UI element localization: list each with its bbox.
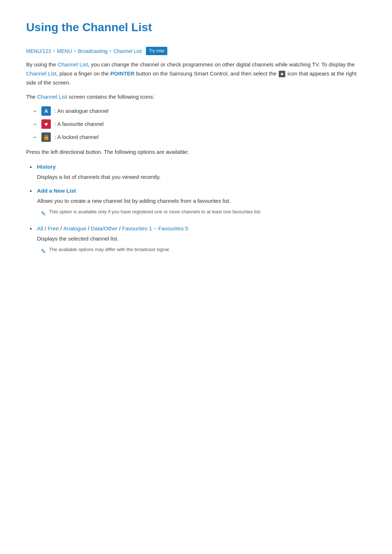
- breadcrumb: MENU/123 › MENU › Broadcasting › Channel…: [26, 47, 366, 55]
- intro-paragraph: By using the Channel List, you can chang…: [26, 60, 366, 87]
- dash-2: –: [33, 120, 36, 128]
- options-list: History Displays a list of channels that…: [30, 163, 366, 257]
- analogue-icon: A: [41, 106, 51, 116]
- breadcrumb-sep2: ›: [74, 47, 75, 55]
- breadcrumb-sep1: ›: [53, 47, 54, 55]
- icons-intro: The Channel List screen contains the fol…: [26, 93, 366, 102]
- history-desc: Displays a list of channels that you vie…: [37, 173, 366, 181]
- locked-desc: : A locked channel: [54, 133, 98, 141]
- favourite-desc: : A favourite channel: [54, 120, 103, 128]
- breadcrumb-channel-list[interactable]: Channel List: [113, 47, 142, 55]
- filter-sep1: /: [43, 225, 48, 231]
- list-item-add-new-list: Add a New List Allows you to create a ne…: [30, 186, 366, 219]
- intro-text-4: button on the Samsung Smart Control, and…: [135, 70, 278, 77]
- pointer-link[interactable]: POINTER: [110, 70, 135, 77]
- channel-filter-title[interactable]: All / Free / Analogue / Data/Other / Fav…: [37, 225, 188, 231]
- breadcrumb-menu123[interactable]: MENU/123: [26, 47, 51, 55]
- add-new-list-title[interactable]: Add a New List: [37, 188, 76, 194]
- note-text-2: The available options may differ with th…: [49, 246, 170, 253]
- channel-filter-desc: Displays the selected channel list.: [37, 234, 366, 243]
- breadcrumb-broadcasting[interactable]: Broadcasting: [78, 47, 107, 55]
- note-icon-2: ✎: [41, 246, 46, 257]
- lock-icon: 🔒: [41, 132, 51, 142]
- filter-all[interactable]: All: [37, 225, 43, 231]
- add-new-list-desc: Allows you to create a new channel list …: [37, 197, 366, 205]
- filter-analogue[interactable]: Analogue: [64, 225, 86, 231]
- icon-list-item-favourite: – ♥ : A favourite channel: [33, 119, 366, 129]
- icon-list: – A : An analogue channel – ♥ : A favour…: [33, 106, 366, 142]
- icons-intro-text1: The: [26, 94, 37, 100]
- icon-list-item-locked: – 🔒 : A locked channel: [33, 132, 366, 142]
- intro-text-3: , place a finger on the: [56, 70, 110, 77]
- heart-icon: ♥: [41, 119, 51, 129]
- intro-text-2: , you can change the channel or check pr…: [88, 61, 355, 67]
- breadcrumb-menu[interactable]: MENU: [57, 47, 72, 55]
- icon-list-item-analogue: – A : An analogue channel: [33, 106, 366, 116]
- history-title[interactable]: History: [37, 164, 56, 170]
- note-icon-1: ✎: [41, 209, 46, 219]
- filter-dataother[interactable]: Data/Other: [91, 225, 117, 231]
- intro-text-1: By using the: [26, 61, 58, 67]
- list-item-history: History Displays a list of channels that…: [30, 163, 366, 181]
- analogue-desc: : An analogue channel: [54, 107, 108, 115]
- breadcrumb-sep3: ›: [110, 47, 111, 55]
- add-new-list-note: ✎ This option is available only if you h…: [37, 208, 366, 219]
- filter-favourites[interactable]: Favourites 1 ~ Favourites 5: [122, 225, 188, 231]
- screen-icon: [279, 71, 285, 77]
- note-text-1: This option is available only if you hav…: [49, 208, 261, 216]
- filter-sep3: /: [86, 225, 91, 231]
- dash-1: –: [33, 107, 36, 115]
- channel-list-link-2[interactable]: Channel List: [26, 70, 56, 77]
- page-title: Using the Channel List: [26, 18, 366, 37]
- directional-text: Press the left directional button. The f…: [26, 148, 366, 157]
- dash-3: –: [33, 133, 36, 141]
- list-item-channel-filters: All / Free / Analogue / Data/Other / Fav…: [30, 224, 366, 257]
- channel-list-link-3[interactable]: Channel List: [37, 94, 67, 100]
- filter-free[interactable]: Free: [48, 225, 59, 231]
- channel-filter-note: ✎ The available options may differ with …: [37, 246, 366, 257]
- filter-sep2: /: [59, 225, 64, 231]
- icons-intro-text2: screen contains the following icons:: [67, 94, 154, 100]
- try-now-badge[interactable]: Try now: [146, 47, 167, 55]
- channel-list-link-1[interactable]: Channel List: [58, 61, 88, 67]
- filter-sep4: /: [118, 225, 122, 231]
